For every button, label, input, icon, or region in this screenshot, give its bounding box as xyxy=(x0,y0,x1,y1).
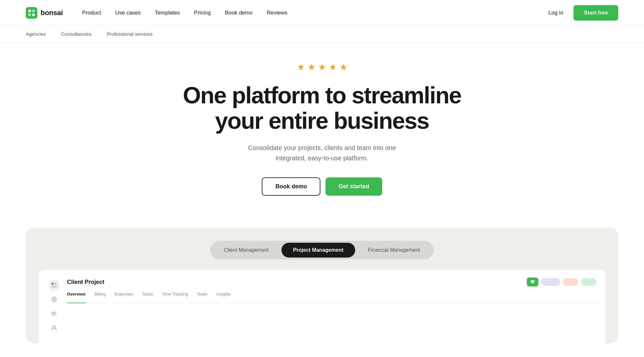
svg-rect-11 xyxy=(52,312,57,313)
app-sidebar xyxy=(48,277,61,335)
nav-product[interactable]: Product xyxy=(82,10,101,16)
login-link[interactable]: Log in xyxy=(548,10,563,16)
hero-subtitle: Consolidate your projects, clients and t… xyxy=(235,143,409,163)
sidebar-icon-2-svg xyxy=(51,296,57,302)
tag-icon xyxy=(527,277,538,287)
svg-point-10 xyxy=(53,298,55,300)
feature-tabs: Client Management Project Management Fin… xyxy=(210,241,433,259)
sub-nav-agencies[interactable]: Agencies xyxy=(26,31,46,37)
sub-navbar: Agencies Consultancies Professional serv… xyxy=(0,26,644,42)
star-5: ★ xyxy=(339,62,347,72)
sidebar-icon-1-svg xyxy=(51,282,57,288)
app-content: Client Project Overview Billing Expenses xyxy=(67,277,596,335)
svg-rect-7 xyxy=(52,286,54,288)
project-tab-team[interactable]: Team xyxy=(197,292,207,300)
sidebar-icon-4[interactable] xyxy=(49,323,59,333)
project-tab-billing[interactable]: Billing xyxy=(95,292,106,300)
svg-rect-2 xyxy=(32,10,35,12)
tag-green xyxy=(581,278,596,286)
sidebar-icon-3-svg xyxy=(51,311,57,316)
logo[interactable]: bonsai xyxy=(26,7,63,19)
star-4: ★ xyxy=(329,62,337,72)
heart-icon xyxy=(530,280,535,284)
nav-book-demo[interactable]: Book demo xyxy=(225,10,253,16)
tab-project-management[interactable]: Project Management xyxy=(281,243,355,258)
project-header: Client Project xyxy=(67,277,596,287)
sub-nav-professional-services[interactable]: Professional services xyxy=(107,31,153,37)
book-demo-button[interactable]: Book demo xyxy=(262,177,320,196)
project-tab-tasks[interactable]: Tasks xyxy=(142,292,153,300)
feature-tabs-container: Client Management Project Management Fin… xyxy=(39,241,605,259)
star-3: ★ xyxy=(318,62,326,72)
project-tab-time-tracking[interactable]: Time Tracking xyxy=(162,292,188,300)
star-2: ★ xyxy=(308,62,316,72)
sidebar-icon-4-svg xyxy=(51,325,57,331)
hero-buttons: Book demo Get started xyxy=(262,177,382,196)
svg-rect-4 xyxy=(32,14,35,16)
svg-rect-6 xyxy=(54,283,57,285)
star-1: ★ xyxy=(297,62,305,72)
nav-right: Log in Start free xyxy=(548,5,618,21)
nav-use-cases[interactable]: Use cases xyxy=(115,10,141,16)
hero-section: ★ ★ ★ ★ ★ One platform to streamline you… xyxy=(0,42,644,228)
app-window: Client Project Overview Billing Expenses xyxy=(39,270,605,343)
tab-client-management[interactable]: Client Management xyxy=(212,243,280,258)
svg-rect-13 xyxy=(52,315,56,315)
svg-rect-3 xyxy=(28,14,31,16)
app-preview: Client Management Project Management Fin… xyxy=(26,228,618,343)
tab-financial-management[interactable]: Financial Management xyxy=(356,243,432,258)
svg-rect-8 xyxy=(54,286,57,288)
sidebar-icon-3[interactable] xyxy=(49,308,59,319)
navbar: bonsai Product Use cases Templates Prici… xyxy=(0,0,644,26)
tag-gray xyxy=(541,278,560,286)
svg-rect-1 xyxy=(28,10,31,12)
tag-pink xyxy=(563,278,578,286)
star-rating: ★ ★ ★ ★ ★ xyxy=(297,62,347,72)
project-tab-overview[interactable]: Overview xyxy=(67,292,86,303)
nav-templates[interactable]: Templates xyxy=(155,10,180,16)
svg-rect-12 xyxy=(52,313,55,314)
start-free-button[interactable]: Start free xyxy=(573,5,618,21)
nav-links: Product Use cases Templates Pricing Book… xyxy=(82,10,548,16)
logo-icon xyxy=(26,7,37,19)
logo-text: bonsai xyxy=(41,9,63,17)
sub-nav-consultancies[interactable]: Consultancies xyxy=(61,31,91,37)
project-tabs: Overview Billing Expenses Tasks Time Tra… xyxy=(67,292,596,303)
svg-point-14 xyxy=(53,326,55,328)
sidebar-icon-1[interactable] xyxy=(49,280,59,290)
nav-pricing[interactable]: Pricing xyxy=(194,10,211,16)
get-started-button[interactable]: Get started xyxy=(326,177,382,196)
nav-reviews[interactable]: Reviews xyxy=(267,10,288,16)
sidebar-icon-2[interactable] xyxy=(49,294,59,305)
project-tab-insights[interactable]: Insights xyxy=(216,292,231,300)
project-title: Client Project xyxy=(67,279,104,286)
svg-rect-5 xyxy=(52,283,54,285)
project-tags xyxy=(527,277,596,287)
svg-rect-0 xyxy=(26,7,37,19)
project-tab-expenses[interactable]: Expenses xyxy=(115,292,133,300)
hero-title: One platform to streamline your entire b… xyxy=(177,83,467,134)
